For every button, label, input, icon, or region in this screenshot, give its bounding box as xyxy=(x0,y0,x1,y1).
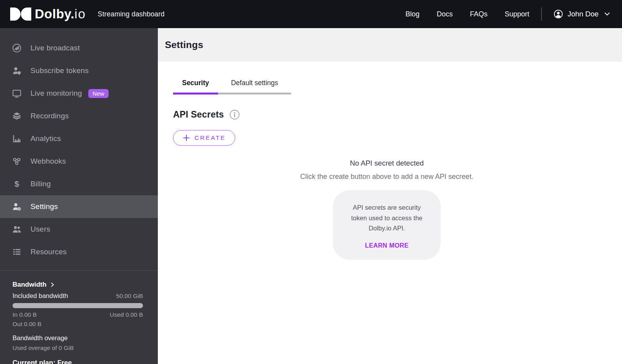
hint-card-text: API secrets are security token used to a… xyxy=(344,202,429,234)
app-title: Streaming dashboard xyxy=(98,10,164,18)
usage-panel: Bandwidth Included bandwidth 50.00 GiB I… xyxy=(0,270,158,364)
people-icon xyxy=(12,224,22,234)
webhook-icon xyxy=(12,156,22,166)
plus-icon xyxy=(182,134,190,142)
person-gear-icon xyxy=(12,202,22,212)
sidebar-item-billing[interactable]: $ Billing xyxy=(0,173,158,195)
sidebar-item-label: Resources xyxy=(30,248,67,256)
included-bandwidth-label: Included bandwidth xyxy=(13,292,68,300)
header-divider xyxy=(541,7,542,21)
tab-underline xyxy=(218,93,291,95)
svg-text:$: $ xyxy=(14,179,19,188)
nav-link-docs[interactable]: Docs xyxy=(437,10,453,18)
nav-link-faqs[interactable]: FAQs xyxy=(470,10,488,18)
person-shield-icon xyxy=(12,66,22,76)
tab-label: Security xyxy=(173,79,218,87)
tab-bar: Security Default settings xyxy=(173,79,601,95)
list-icon xyxy=(12,247,22,257)
current-plan-label: Current plan: Free xyxy=(13,359,143,364)
settings-content: Security Default settings API Secrets xyxy=(158,62,622,260)
layers-icon xyxy=(12,111,22,121)
sidebar-item-recordings[interactable]: Recordings xyxy=(0,105,158,127)
sidebar-item-label: Billing xyxy=(30,180,51,188)
sidebar-item-users[interactable]: Users xyxy=(0,218,158,241)
bar-chart-icon xyxy=(12,134,22,144)
top-bar: Dolby.io Streaming dashboard Blog Docs F… xyxy=(0,0,622,28)
dolby-logo-icon xyxy=(10,7,31,21)
api-secrets-hint-card: API secrets are security token used to a… xyxy=(333,190,441,260)
bandwidth-in-value: In 0.00 B xyxy=(13,311,37,318)
sidebar-item-label: Analytics xyxy=(30,134,61,143)
brand: Dolby.io Streaming dashboard xyxy=(10,7,164,21)
tab-underline xyxy=(173,93,218,95)
sidebar-item-live-monitoring[interactable]: Live monitoring New xyxy=(0,82,158,105)
tab-label: Default settings xyxy=(218,79,291,87)
user-name: John Doe xyxy=(568,10,599,18)
sidebar-nav: Live broadcast Subscribe tokens xyxy=(0,28,158,263)
empty-state: No API secret detected Click the create … xyxy=(173,159,601,260)
page-title: Settings xyxy=(165,39,203,50)
sidebar-item-label: Live broadcast xyxy=(30,44,80,52)
included-bandwidth-value: 50.00 GiB xyxy=(116,293,143,300)
user-circle-icon xyxy=(554,9,563,19)
dollar-icon: $ xyxy=(12,179,22,189)
monitor-icon xyxy=(12,88,22,98)
new-badge: New xyxy=(88,89,109,98)
tab-default-settings[interactable]: Default settings xyxy=(218,79,291,95)
sidebar-item-label: Live monitoring xyxy=(30,89,82,98)
sidebar-item-settings[interactable]: Settings xyxy=(0,195,158,218)
bandwidth-title: Bandwidth xyxy=(13,281,46,289)
info-icon[interactable] xyxy=(229,109,240,120)
nav-link-blog[interactable]: Blog xyxy=(406,10,420,18)
sidebar-item-label: Users xyxy=(30,225,50,234)
create-button-label: CREATE xyxy=(195,134,226,141)
tab-security[interactable]: Security xyxy=(173,79,218,95)
top-nav: Blog Docs FAQs Support xyxy=(406,10,529,18)
broadcast-icon xyxy=(12,43,22,53)
empty-state-title: No API secret detected xyxy=(173,159,601,168)
sidebar-item-label: Recordings xyxy=(30,112,69,120)
brand-wordmark: Dolby.io xyxy=(35,7,86,21)
bandwidth-out-value: Out 0.00 B xyxy=(13,321,143,328)
sidebar-item-label: Webhooks xyxy=(30,157,66,166)
sidebar: Live broadcast Subscribe tokens xyxy=(0,28,158,364)
wordmark-bold: Dolby. xyxy=(35,7,74,21)
sidebar-item-label: Settings xyxy=(30,202,58,211)
bandwidth-link[interactable]: Bandwidth xyxy=(13,281,143,289)
bandwidth-overage-detail: Used overage of 0 GiB xyxy=(13,344,143,352)
sidebar-item-resources[interactable]: Resources xyxy=(0,241,158,263)
wordmark-light: io xyxy=(74,7,86,21)
sidebar-item-subscribe-tokens[interactable]: Subscribe tokens xyxy=(0,59,158,82)
sidebar-item-label: Subscribe tokens xyxy=(30,66,89,75)
chevron-right-icon xyxy=(50,282,55,287)
empty-state-subtitle: Click the create button above to add a n… xyxy=(173,173,601,181)
bandwidth-used-value: Used 0.00 B xyxy=(110,311,143,318)
bandwidth-progress-bar xyxy=(13,303,143,308)
bandwidth-overage-title: Bandwidth overage xyxy=(13,334,143,342)
chevron-down-icon xyxy=(603,10,611,18)
learn-more-link[interactable]: LEARN MORE xyxy=(365,242,409,249)
sidebar-item-live-broadcast[interactable]: Live broadcast xyxy=(0,37,158,59)
sidebar-item-analytics[interactable]: Analytics xyxy=(0,127,158,150)
api-secrets-title: API Secrets xyxy=(173,109,224,120)
sidebar-item-webhooks[interactable]: Webhooks xyxy=(0,150,158,173)
main-area: Settings Security Default settings API S… xyxy=(158,28,622,364)
nav-link-support[interactable]: Support xyxy=(505,10,529,18)
create-button[interactable]: CREATE xyxy=(173,130,235,146)
user-menu[interactable]: John Doe xyxy=(554,9,611,19)
page-title-bar: Settings xyxy=(158,28,622,62)
